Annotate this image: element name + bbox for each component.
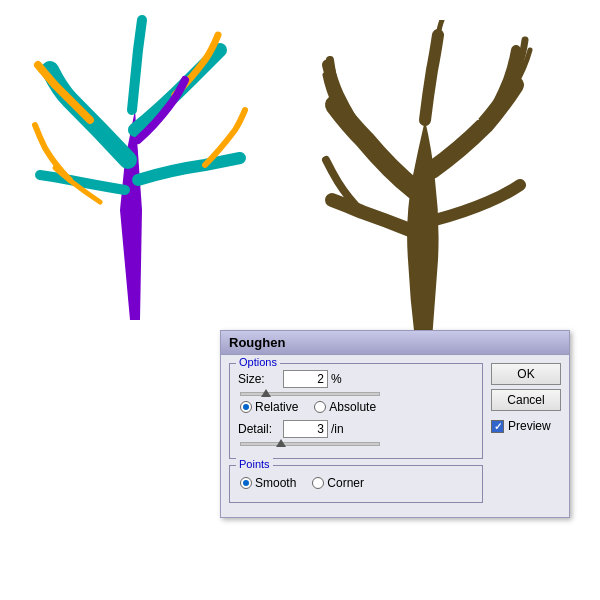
ok-button[interactable]: OK — [491, 363, 561, 385]
size-slider[interactable] — [240, 392, 380, 396]
points-label: Points — [236, 458, 273, 470]
roughen-dialog: Roughen Options Size: % — [220, 330, 570, 518]
size-slider-thumb — [261, 389, 271, 397]
absolute-label: Absolute — [329, 400, 376, 414]
options-label: Options — [236, 356, 280, 368]
smooth-radio[interactable] — [240, 477, 252, 489]
relative-radio[interactable] — [240, 401, 252, 413]
detail-slider-row — [238, 442, 474, 446]
preview-row[interactable]: Preview — [491, 419, 561, 433]
relative-option[interactable]: Relative — [240, 400, 298, 414]
size-unit: % — [331, 372, 342, 386]
corner-radio[interactable] — [312, 477, 324, 489]
preview-label: Preview — [508, 419, 551, 433]
smooth-option[interactable]: Smooth — [240, 476, 296, 490]
tree-right — [320, 20, 540, 330]
relative-absolute-row: Relative Absolute — [240, 400, 474, 414]
preview-checkbox[interactable] — [491, 420, 504, 433]
smooth-corner-row: Smooth Corner — [240, 476, 474, 490]
relative-label: Relative — [255, 400, 298, 414]
size-label: Size: — [238, 372, 283, 386]
smooth-label: Smooth — [255, 476, 296, 490]
tree-left — [30, 10, 250, 320]
detail-row: Detail: /in — [238, 420, 474, 438]
cancel-button[interactable]: Cancel — [491, 389, 561, 411]
absolute-option[interactable]: Absolute — [314, 400, 376, 414]
detail-slider[interactable] — [240, 442, 380, 446]
detail-label: Detail: — [238, 422, 283, 436]
size-slider-row — [238, 392, 474, 396]
options-group: Options Size: % Relativ — [229, 363, 483, 459]
corner-option[interactable]: Corner — [312, 476, 364, 490]
points-group: Points Smooth Corner — [229, 465, 483, 503]
size-input[interactable] — [283, 370, 328, 388]
size-row: Size: % — [238, 370, 474, 388]
canvas-area — [0, 0, 600, 370]
dialog-left-panel: Options Size: % Relativ — [229, 363, 483, 509]
detail-slider-thumb — [276, 439, 286, 447]
detail-unit: /in — [331, 422, 344, 436]
dialog-right-panel: OK Cancel Preview — [491, 363, 561, 509]
detail-input[interactable] — [283, 420, 328, 438]
corner-label: Corner — [327, 476, 364, 490]
absolute-radio[interactable] — [314, 401, 326, 413]
dialog-title: Roughen — [221, 331, 569, 355]
